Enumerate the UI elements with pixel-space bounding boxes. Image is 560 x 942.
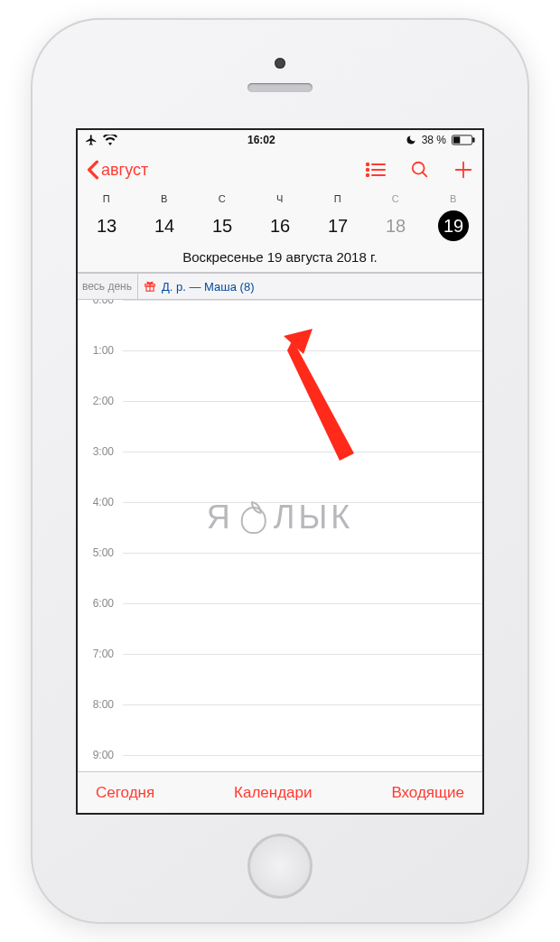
weekday-label: С	[367, 193, 425, 204]
all-day-label: весь день	[78, 280, 137, 293]
hour-label: 4:00	[78, 496, 123, 508]
weekday-label: П	[78, 193, 135, 204]
phone-speaker	[247, 83, 313, 92]
status-time: 16:02	[247, 134, 275, 146]
svg-line-10	[423, 173, 427, 177]
status-bar: 16:02 38 %	[78, 130, 482, 150]
airplane-mode-icon	[85, 134, 98, 146]
hour-line	[123, 553, 482, 603]
hour-label: 2:00	[78, 395, 123, 407]
back-label: август	[101, 161, 148, 180]
week-date[interactable]: 16	[251, 210, 309, 242]
add-icon[interactable]	[453, 160, 473, 180]
phone-frame: 16:02 38 % август	[31, 18, 529, 924]
hour-label: 8:00	[78, 698, 123, 711]
today-button[interactable]: Сегодня	[96, 784, 154, 802]
weekday-label: С	[193, 193, 251, 204]
week-date[interactable]: 15	[193, 210, 251, 242]
screen: 16:02 38 % август	[76, 128, 484, 815]
hour-row: 8:00	[78, 704, 482, 755]
weekday-label: Ч	[251, 193, 309, 204]
hour-row: 5:00	[78, 553, 482, 603]
nav-bar: август	[78, 150, 482, 190]
hour-row: 4:00	[78, 502, 482, 553]
all-day-event[interactable]: Д. р. — Маша (8)	[137, 274, 482, 299]
weekday-label: П	[309, 193, 367, 204]
hour-row: 0:00	[78, 300, 482, 350]
week-date[interactable]: 19	[425, 210, 482, 242]
hour-row: 7:00	[78, 654, 482, 704]
hour-line	[123, 603, 482, 654]
hour-line	[123, 452, 482, 502]
hour-label: 6:00	[78, 597, 123, 610]
hours-grid[interactable]: Я ЛЫК 0:001:002:003:004:005:006:007:008:…	[78, 300, 482, 815]
hour-row: 6:00	[78, 603, 482, 654]
battery-percentage: 38 %	[422, 134, 446, 146]
hour-label: 9:00	[78, 749, 123, 761]
hour-label: 3:00	[78, 445, 123, 458]
hour-row: 1:00	[78, 350, 482, 401]
week-date[interactable]: 17	[309, 210, 367, 242]
search-icon[interactable]	[410, 160, 430, 180]
svg-point-3	[367, 163, 369, 165]
hour-line	[123, 401, 482, 452]
hour-label: 0:00	[78, 300, 123, 306]
svg-rect-1	[453, 136, 460, 143]
hour-row: 3:00	[78, 452, 482, 502]
hour-row: 2:00	[78, 401, 482, 452]
hour-line	[123, 300, 482, 350]
weekday-label: В	[425, 193, 482, 204]
svg-rect-2	[472, 137, 474, 143]
hour-label: 7:00	[78, 648, 123, 660]
week-date[interactable]: 13	[78, 210, 135, 242]
hour-line	[123, 654, 482, 704]
all-day-row: весь день Д. р. — Маша (8)	[78, 273, 482, 300]
full-date-label: Воскресенье 19 августа 2018 г.	[78, 249, 482, 265]
hour-line	[123, 350, 482, 401]
home-button[interactable]	[247, 834, 313, 899]
calendars-button[interactable]: Календари	[234, 784, 312, 802]
back-button[interactable]: август	[87, 160, 148, 180]
wifi-icon	[103, 135, 117, 145]
hour-label: 1:00	[78, 344, 123, 357]
week-date[interactable]: 14	[135, 210, 193, 242]
do-not-disturb-icon	[406, 135, 416, 145]
all-day-event-title: Д. р. — Маша (8)	[162, 280, 254, 294]
week-date[interactable]: 18	[367, 210, 425, 242]
inbox-button[interactable]: Входящие	[391, 784, 464, 802]
hour-line	[123, 502, 482, 553]
bottom-toolbar: Сегодня Календари Входящие	[78, 771, 482, 813]
svg-point-7	[367, 174, 369, 176]
hour-line	[123, 704, 482, 755]
gift-icon	[144, 280, 156, 293]
list-view-icon[interactable]	[365, 162, 387, 178]
weekday-label: В	[135, 193, 193, 204]
phone-camera	[275, 58, 285, 69]
week-header: ПВСЧПСВ 13141516171819 Воскресенье 19 ав…	[78, 190, 482, 273]
svg-point-5	[367, 169, 369, 171]
battery-icon	[452, 135, 475, 145]
hour-label: 5:00	[78, 546, 123, 559]
